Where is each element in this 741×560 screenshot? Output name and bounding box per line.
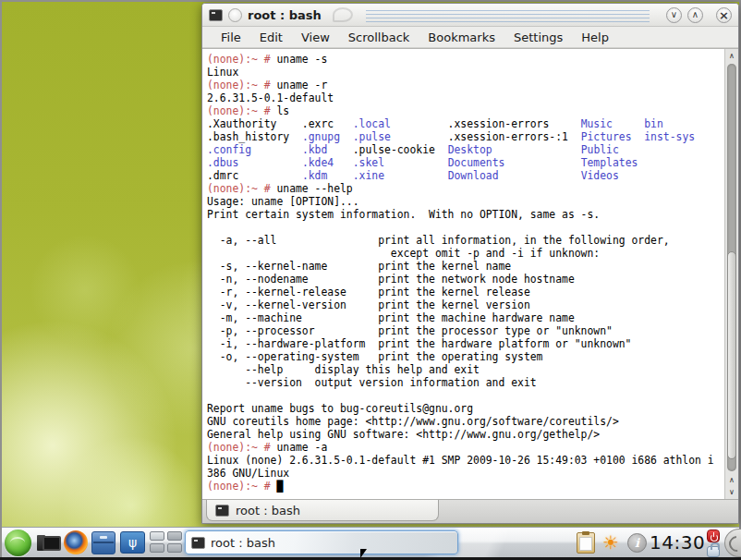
terminal-line: (none):~ # uname --help bbox=[207, 182, 724, 195]
menu-item-settings[interactable]: Settings bbox=[506, 29, 570, 46]
terminal-text: GNU coreutils home page: <http://www.gnu… bbox=[207, 415, 619, 428]
window-title: root : bash bbox=[248, 8, 322, 22]
terminal-text: -n, --nodename print the network node ho… bbox=[207, 273, 575, 286]
terminal-text: Report uname bugs to bug-coreutils@gnu.o… bbox=[207, 402, 473, 415]
terminal-scrollbar[interactable]: ∧ ∧ ∨ bbox=[724, 49, 738, 499]
device-notifier-icon[interactable]: ψ bbox=[120, 531, 145, 554]
close-button[interactable]: × bbox=[716, 7, 732, 23]
menu-item-help[interactable]: Help bbox=[574, 29, 616, 46]
terminal-text bbox=[492, 143, 581, 156]
terminal-text: .xsession-errors bbox=[391, 117, 581, 130]
terminal-line: except omit -p and -i if unknown: bbox=[207, 247, 724, 260]
scrollbar-up-arrow-icon[interactable]: ∧ bbox=[725, 50, 738, 62]
menu-item-edit[interactable]: Edit bbox=[252, 29, 290, 46]
clipboard-icon[interactable] bbox=[577, 532, 595, 554]
scrollbar-up-arrow-bottom-icon[interactable]: ∧ bbox=[725, 474, 738, 486]
terminal-directory: Music bbox=[581, 117, 613, 130]
terminal-directory: .kdm bbox=[302, 169, 327, 182]
task-button-label: root : bash bbox=[211, 536, 275, 550]
tab-label: root : bash bbox=[236, 504, 300, 517]
menu-bar: FileEditViewScrollbackBookmarksSettingsH… bbox=[202, 27, 738, 48]
terminal-prompt: (none):~ # bbox=[207, 104, 276, 117]
terminal-text bbox=[340, 130, 353, 143]
file-cabinet-icon[interactable] bbox=[91, 531, 115, 554]
terminal-directory: .kde4 bbox=[302, 156, 334, 169]
terminal-directory: .gnupg bbox=[302, 130, 340, 143]
window-menu-button[interactable] bbox=[228, 8, 242, 22]
terminal-text bbox=[327, 169, 352, 182]
pager-desktop-1[interactable] bbox=[150, 531, 164, 541]
terminal-text: -a, --all print all information, in the … bbox=[207, 234, 670, 247]
computer-icon[interactable] bbox=[36, 531, 61, 554]
terminal-line: .bash_history .gnupg .pulse .xsession-er… bbox=[207, 130, 724, 143]
tab-root-bash[interactable]: root : bash bbox=[206, 500, 439, 521]
terminal-text: -r, --kernel-release print the kernel re… bbox=[207, 286, 530, 298]
terminal-directory: .skel bbox=[353, 156, 384, 169]
terminal-line: Linux (none) 2.6.31.5-0.1-default #1 SMP… bbox=[207, 454, 724, 467]
terminal-line: .config .kbd .pulse-cookie Desktop Publi… bbox=[207, 143, 724, 156]
firefox-icon[interactable] bbox=[64, 530, 88, 554]
lock-icon[interactable] bbox=[707, 546, 720, 557]
scrollbar-thumb[interactable] bbox=[727, 251, 736, 459]
terminal-line: -o, --operating-system print the operati… bbox=[207, 350, 724, 363]
terminal-text bbox=[334, 156, 353, 169]
terminal-text: .xsession-errors-:1 bbox=[391, 130, 581, 143]
minimize-button[interactable]: ∨ bbox=[666, 7, 682, 23]
terminal-line: -s, --kernel-name print the kernel name bbox=[207, 260, 724, 273]
info-icon[interactable]: i bbox=[627, 533, 647, 553]
terminal-text: .dmrc bbox=[207, 169, 302, 182]
terminal-line: General help using GNU software: <http:/… bbox=[207, 428, 724, 441]
menu-item-bookmarks[interactable]: Bookmarks bbox=[420, 29, 503, 46]
terminal-line: (none):~ # uname -a bbox=[207, 441, 724, 454]
window-titlebar[interactable]: root : bash ∨ ∧ × bbox=[202, 4, 738, 27]
terminal-line bbox=[207, 389, 724, 402]
menu-item-view[interactable]: View bbox=[294, 29, 337, 46]
menu-item-file[interactable]: File bbox=[213, 29, 249, 46]
menu-item-scrollback[interactable]: Scrollback bbox=[341, 29, 418, 46]
terminal-text bbox=[613, 117, 644, 130]
titlebar-decoration-lines bbox=[366, 10, 650, 22]
terminal-line: -r, --kernel-release print the kernel re… bbox=[207, 286, 724, 298]
power-icon[interactable] bbox=[707, 530, 720, 542]
scrollbar-track[interactable] bbox=[727, 64, 736, 471]
terminal-output[interactable]: (none):~ # uname -sLinux(none):~ # uname… bbox=[202, 49, 724, 499]
terminal-text: --version output version information and… bbox=[207, 376, 537, 389]
terminal-directory: .kbd bbox=[302, 143, 327, 156]
terminal-directory: inst-sys bbox=[644, 130, 695, 143]
panel-clock[interactable]: 14:30 bbox=[650, 531, 705, 554]
terminal-line: -n, --nodename print the network node ho… bbox=[207, 273, 724, 286]
scrollbar-down-arrow-icon[interactable]: ∨ bbox=[725, 486, 738, 498]
leave-widget bbox=[707, 530, 721, 557]
terminal-text: Linux (none) 2.6.31.5-0.1-default #1 SMP… bbox=[207, 454, 714, 467]
terminal-text: 386 GNU/Linux bbox=[207, 467, 289, 480]
terminal-directory: Videos bbox=[581, 169, 619, 182]
terminal-line: .dbus .kde4 .skel Documents Templates bbox=[207, 156, 724, 169]
terminal-text: .Xauthority .exrc bbox=[207, 117, 353, 130]
terminal-line: Report uname bugs to bug-coreutils@gnu.o… bbox=[207, 402, 724, 415]
pager-desktop-2[interactable] bbox=[167, 531, 182, 541]
terminal-line: (none):~ # █ bbox=[207, 480, 724, 493]
terminal-text bbox=[632, 130, 645, 143]
terminal-directory: bin bbox=[644, 117, 663, 130]
terminal-directory: .local bbox=[353, 117, 391, 130]
kickoff-launcher-button[interactable] bbox=[5, 530, 31, 556]
konsole-app-icon[interactable] bbox=[209, 9, 223, 21]
panel-toolbox-cashew[interactable] bbox=[724, 529, 741, 557]
terminal-line: (none):~ # uname -r bbox=[207, 79, 724, 91]
taskbar-task-root-bash[interactable]: root : bash bbox=[185, 530, 458, 554]
terminal-text: -p, --processor print the processor type… bbox=[207, 324, 613, 337]
terminal-line: -i, --hardware-platform print the hardwa… bbox=[207, 337, 724, 350]
pager-desktop-4[interactable] bbox=[167, 543, 182, 553]
terminal-line: Linux bbox=[207, 66, 724, 79]
updater-sun-icon[interactable]: ☀ bbox=[600, 530, 622, 554]
pager-desktop-3[interactable] bbox=[150, 543, 164, 553]
terminal-line: Usage: uname [OPTION]... bbox=[207, 195, 724, 208]
taskbar-panel: ψ root : bash ☀ i 14:30 bbox=[2, 527, 739, 557]
terminal-line: -v, --kernel-version print the kernel ve… bbox=[207, 298, 724, 311]
terminal-text: -o, --operating-system print the operati… bbox=[207, 350, 542, 363]
konsole-tab-icon bbox=[215, 505, 229, 517]
terminal-directory: .xine bbox=[353, 169, 384, 182]
terminal-text: uname --help bbox=[276, 182, 352, 195]
maximize-button[interactable]: ∧ bbox=[687, 7, 703, 23]
terminal-line: (none):~ # uname -s bbox=[207, 53, 724, 66]
